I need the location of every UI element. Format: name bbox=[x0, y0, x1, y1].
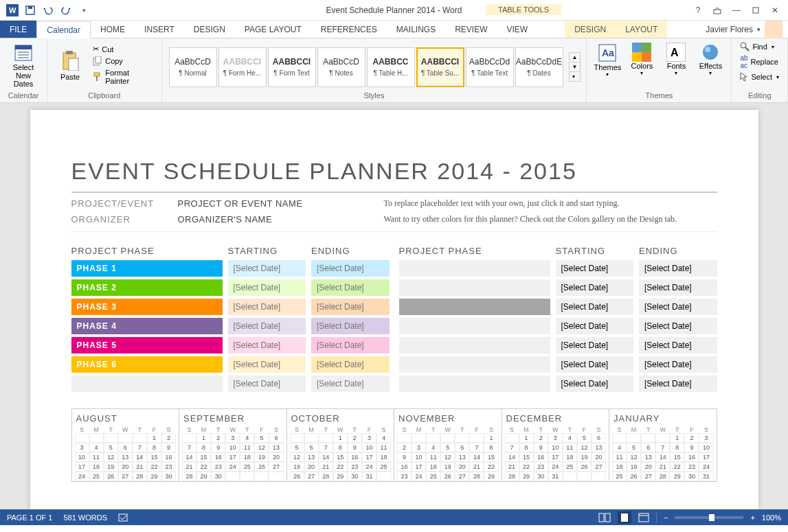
phase-end-date[interactable]: [Select Date] bbox=[639, 299, 717, 315]
calendar-day[interactable]: 11 bbox=[426, 452, 440, 462]
calendar-day[interactable]: 29 bbox=[519, 472, 534, 481]
calendar-day[interactable]: 22 bbox=[147, 462, 161, 472]
calendar-day[interactable]: 27 bbox=[118, 472, 133, 481]
calendar-day[interactable]: 12 bbox=[627, 452, 641, 462]
calendar-day[interactable]: 1 bbox=[484, 433, 498, 443]
phase-end-date[interactable]: [Select Date] bbox=[311, 375, 390, 392]
calendar-day[interactable]: 12 bbox=[440, 452, 455, 462]
calendar-day[interactable]: 23 bbox=[534, 462, 548, 472]
calendar-day[interactable]: 3 bbox=[699, 433, 713, 443]
calendar-day[interactable]: 17 bbox=[548, 452, 563, 462]
calendar-day[interactable]: 18 bbox=[563, 452, 577, 462]
calendar-day[interactable]: 31 bbox=[548, 472, 563, 481]
style-option[interactable]: AaBbCcDd¶ Table Text bbox=[466, 47, 514, 87]
calendar-day[interactable]: 17 bbox=[225, 452, 240, 462]
calendar-day[interactable]: 20 bbox=[641, 462, 655, 472]
read-mode-icon[interactable] bbox=[598, 513, 611, 522]
calendar-day[interactable]: . bbox=[455, 433, 469, 443]
calendar-day[interactable]: 21 bbox=[469, 462, 484, 472]
calendar-day[interactable]: 21 bbox=[319, 462, 333, 472]
calendar-day[interactable]: 24 bbox=[225, 462, 240, 472]
calendar-day[interactable]: 16 bbox=[397, 462, 412, 472]
calendar-day[interactable]: 4 bbox=[612, 443, 627, 452]
phase-row[interactable]: [Select Date][Select Date] bbox=[399, 260, 717, 277]
calendar-day[interactable]: 23 bbox=[161, 462, 176, 472]
calendar-day[interactable]: 23 bbox=[348, 462, 362, 472]
calendar-day[interactable]: 15 bbox=[670, 452, 684, 462]
calendar-day[interactable]: 14 bbox=[319, 452, 333, 462]
phase-start-date[interactable]: [Select Date] bbox=[556, 356, 634, 373]
style-option[interactable]: AABBCCI¶ Form Text bbox=[268, 47, 316, 87]
calendar-day[interactable]: 6 bbox=[269, 433, 283, 443]
calendar-day[interactable]: 10 bbox=[75, 452, 89, 462]
phase-name[interactable]: PHASE 3 bbox=[71, 299, 223, 315]
calendar-day[interactable]: 15 bbox=[147, 452, 161, 462]
calendar-day[interactable]: 7 bbox=[133, 443, 147, 452]
phase-name-empty[interactable] bbox=[399, 279, 550, 296]
calendar-day[interactable]: 8 bbox=[147, 443, 161, 452]
calendar-day[interactable]: 24 bbox=[412, 472, 426, 481]
tab-page-layout[interactable]: PAGE LAYOUT bbox=[235, 21, 311, 38]
calendar-day[interactable]: 8 bbox=[519, 443, 534, 452]
proofing-icon[interactable] bbox=[118, 513, 129, 522]
calendar-day[interactable]: . bbox=[655, 433, 670, 443]
calendar-day[interactable]: 11 bbox=[240, 443, 254, 452]
page-indicator[interactable]: PAGE 1 OF 1 bbox=[7, 513, 52, 522]
calendar-day[interactable]: 19 bbox=[627, 462, 641, 472]
calendar-day[interactable]: 7 bbox=[469, 443, 484, 452]
phase-end-date[interactable]: [Select Date] bbox=[311, 299, 390, 315]
calendar-day[interactable]: 4 bbox=[376, 433, 391, 443]
phase-row[interactable]: [Select Date][Select Date] bbox=[399, 356, 717, 373]
calendar-day[interactable]: 29 bbox=[670, 472, 684, 481]
calendar-day[interactable]: 4 bbox=[240, 433, 254, 443]
calendar-day[interactable]: . bbox=[426, 433, 440, 443]
style-option[interactable]: AaBbCcDdE¶ Dates bbox=[515, 47, 563, 87]
calendar-day[interactable]: 21 bbox=[182, 462, 196, 472]
calendar-day[interactable]: 5 bbox=[440, 443, 455, 452]
calendar-day[interactable]: 1 bbox=[519, 433, 534, 443]
calendar-day[interactable]: 19 bbox=[440, 462, 455, 472]
calendar-day[interactable]: 30 bbox=[684, 472, 699, 481]
calendar-day[interactable]: 14 bbox=[133, 452, 147, 462]
calendar-day[interactable]: 11 bbox=[612, 452, 627, 462]
calendar-day[interactable]: 16 bbox=[534, 452, 548, 462]
colors-button[interactable]: Colors▾ bbox=[627, 43, 657, 76]
calendar-day[interactable]: . bbox=[397, 433, 412, 443]
calendar-day[interactable]: 24 bbox=[548, 462, 563, 472]
calendar-month[interactable]: JANUARYSMTWTFS....1234567891011121314151… bbox=[609, 409, 717, 481]
word-count[interactable]: 581 WORDS bbox=[63, 513, 107, 522]
calendar-day[interactable]: 15 bbox=[484, 452, 498, 462]
maximize-icon[interactable] bbox=[747, 3, 765, 18]
calendar-day[interactable]: 25 bbox=[89, 472, 104, 481]
calendar-day[interactable]: 15 bbox=[196, 452, 211, 462]
web-layout-icon[interactable] bbox=[638, 513, 649, 522]
phase-start-date[interactable]: [Select Date] bbox=[556, 337, 634, 354]
calendar-day[interactable]: 5 bbox=[577, 433, 592, 443]
calendar-day[interactable]: 30 bbox=[211, 472, 225, 481]
calendar-day[interactable]: 21 bbox=[505, 462, 519, 472]
calendar-day[interactable]: 25 bbox=[563, 462, 577, 472]
phase-row[interactable]: [Select Date][Select Date] bbox=[399, 337, 717, 354]
calendar-day[interactable]: 27 bbox=[269, 462, 283, 472]
calendar-day[interactable]: 6 bbox=[304, 443, 319, 452]
calendar-day[interactable]: 2 bbox=[684, 433, 699, 443]
calendar-day[interactable]: 29 bbox=[196, 472, 211, 481]
phase-name[interactable]: PHASE 5 bbox=[71, 337, 223, 354]
styles-scroll-up-icon[interactable]: ▲ bbox=[570, 53, 581, 62]
calendar-day[interactable]: 9 bbox=[211, 443, 225, 452]
phase-name-empty[interactable] bbox=[399, 375, 550, 392]
calendar-day[interactable]: . bbox=[627, 433, 641, 443]
calendar-day[interactable]: 19 bbox=[290, 462, 304, 472]
calendar-day[interactable]: . bbox=[469, 433, 484, 443]
calendar-day[interactable]: 25 bbox=[376, 462, 391, 472]
calendar-day[interactable]: 16 bbox=[684, 452, 699, 462]
calendar-day[interactable]: 8 bbox=[670, 443, 684, 452]
phase-start-date[interactable]: [Select Date] bbox=[556, 318, 634, 334]
calendar-day[interactable]: 10 bbox=[362, 443, 376, 452]
calendar-day[interactable]: 7 bbox=[319, 443, 333, 452]
calendar-day[interactable]: 14 bbox=[182, 452, 196, 462]
save-icon[interactable] bbox=[22, 2, 38, 19]
calendar-day[interactable]: 12 bbox=[104, 452, 118, 462]
calendar-day[interactable]: . bbox=[376, 472, 391, 481]
calendar-day[interactable]: 13 bbox=[269, 443, 283, 452]
